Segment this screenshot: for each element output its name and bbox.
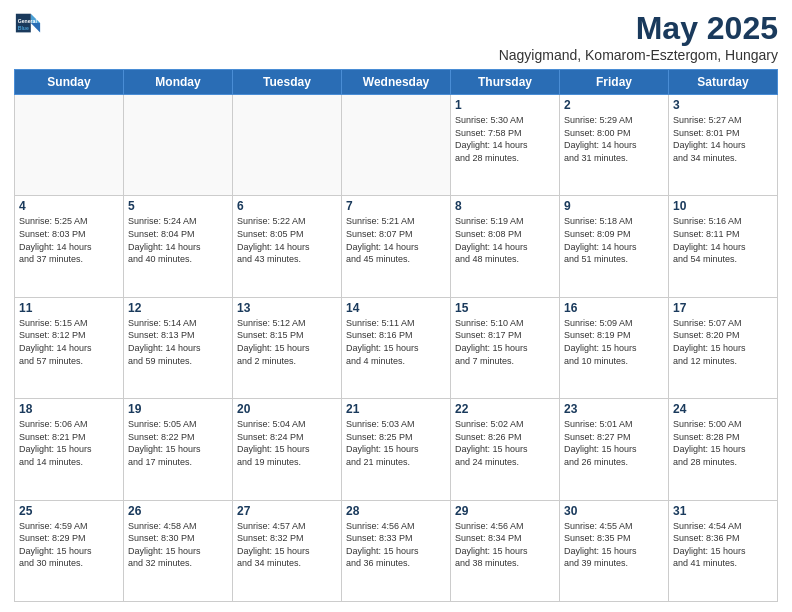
day-info: Sunrise: 5:24 AM Sunset: 8:04 PM Dayligh… [128,215,228,265]
title-block: May 2025 Nagyigmand, Komarom-Esztergom, … [499,10,778,63]
day-number: 16 [564,301,664,315]
calendar-cell: 12Sunrise: 5:14 AM Sunset: 8:13 PM Dayli… [124,297,233,398]
day-number: 13 [237,301,337,315]
day-info: Sunrise: 5:18 AM Sunset: 8:09 PM Dayligh… [564,215,664,265]
page: General Blue May 2025 Nagyigmand, Komaro… [0,0,792,612]
day-info: Sunrise: 5:05 AM Sunset: 8:22 PM Dayligh… [128,418,228,468]
calendar-cell: 27Sunrise: 4:57 AM Sunset: 8:32 PM Dayli… [233,500,342,601]
calendar-cell: 22Sunrise: 5:02 AM Sunset: 8:26 PM Dayli… [451,399,560,500]
calendar-cell: 21Sunrise: 5:03 AM Sunset: 8:25 PM Dayli… [342,399,451,500]
day-number: 7 [346,199,446,213]
week-row-1: 4Sunrise: 5:25 AM Sunset: 8:03 PM Daylig… [15,196,778,297]
calendar-cell: 9Sunrise: 5:18 AM Sunset: 8:09 PM Daylig… [560,196,669,297]
calendar-cell: 3Sunrise: 5:27 AM Sunset: 8:01 PM Daylig… [669,95,778,196]
calendar-cell: 2Sunrise: 5:29 AM Sunset: 8:00 PM Daylig… [560,95,669,196]
day-info: Sunrise: 4:56 AM Sunset: 8:34 PM Dayligh… [455,520,555,570]
week-row-4: 25Sunrise: 4:59 AM Sunset: 8:29 PM Dayli… [15,500,778,601]
day-number: 14 [346,301,446,315]
day-number: 28 [346,504,446,518]
header-wednesday: Wednesday [342,70,451,95]
day-info: Sunrise: 4:56 AM Sunset: 8:33 PM Dayligh… [346,520,446,570]
week-row-2: 11Sunrise: 5:15 AM Sunset: 8:12 PM Dayli… [15,297,778,398]
calendar-cell [124,95,233,196]
calendar-cell: 23Sunrise: 5:01 AM Sunset: 8:27 PM Dayli… [560,399,669,500]
calendar-subtitle: Nagyigmand, Komarom-Esztergom, Hungary [499,47,778,63]
day-info: Sunrise: 5:07 AM Sunset: 8:20 PM Dayligh… [673,317,773,367]
day-info: Sunrise: 4:54 AM Sunset: 8:36 PM Dayligh… [673,520,773,570]
calendar-cell [342,95,451,196]
calendar-cell [233,95,342,196]
svg-text:General: General [18,18,38,24]
calendar-cell: 16Sunrise: 5:09 AM Sunset: 8:19 PM Dayli… [560,297,669,398]
calendar-cell: 13Sunrise: 5:12 AM Sunset: 8:15 PM Dayli… [233,297,342,398]
day-number: 24 [673,402,773,416]
calendar-cell: 25Sunrise: 4:59 AM Sunset: 8:29 PM Dayli… [15,500,124,601]
day-number: 2 [564,98,664,112]
header-monday: Monday [124,70,233,95]
svg-text:Blue: Blue [18,25,29,31]
calendar-cell: 8Sunrise: 5:19 AM Sunset: 8:08 PM Daylig… [451,196,560,297]
day-number: 1 [455,98,555,112]
day-number: 6 [237,199,337,213]
day-info: Sunrise: 5:15 AM Sunset: 8:12 PM Dayligh… [19,317,119,367]
day-number: 11 [19,301,119,315]
day-number: 26 [128,504,228,518]
day-number: 25 [19,504,119,518]
header-thursday: Thursday [451,70,560,95]
calendar-cell: 29Sunrise: 4:56 AM Sunset: 8:34 PM Dayli… [451,500,560,601]
calendar-cell: 20Sunrise: 5:04 AM Sunset: 8:24 PM Dayli… [233,399,342,500]
day-info: Sunrise: 5:06 AM Sunset: 8:21 PM Dayligh… [19,418,119,468]
calendar-cell: 1Sunrise: 5:30 AM Sunset: 7:58 PM Daylig… [451,95,560,196]
day-number: 9 [564,199,664,213]
day-info: Sunrise: 5:03 AM Sunset: 8:25 PM Dayligh… [346,418,446,468]
day-info: Sunrise: 4:55 AM Sunset: 8:35 PM Dayligh… [564,520,664,570]
calendar-cell: 11Sunrise: 5:15 AM Sunset: 8:12 PM Dayli… [15,297,124,398]
header-sunday: Sunday [15,70,124,95]
day-info: Sunrise: 5:25 AM Sunset: 8:03 PM Dayligh… [19,215,119,265]
day-number: 3 [673,98,773,112]
day-number: 20 [237,402,337,416]
day-number: 29 [455,504,555,518]
day-header-row: Sunday Monday Tuesday Wednesday Thursday… [15,70,778,95]
svg-marker-1 [31,23,40,32]
day-info: Sunrise: 5:02 AM Sunset: 8:26 PM Dayligh… [455,418,555,468]
calendar-cell: 10Sunrise: 5:16 AM Sunset: 8:11 PM Dayli… [669,196,778,297]
day-info: Sunrise: 5:19 AM Sunset: 8:08 PM Dayligh… [455,215,555,265]
calendar-cell: 14Sunrise: 5:11 AM Sunset: 8:16 PM Dayli… [342,297,451,398]
day-number: 17 [673,301,773,315]
day-info: Sunrise: 5:12 AM Sunset: 8:15 PM Dayligh… [237,317,337,367]
day-number: 31 [673,504,773,518]
day-info: Sunrise: 5:21 AM Sunset: 8:07 PM Dayligh… [346,215,446,265]
day-number: 12 [128,301,228,315]
day-info: Sunrise: 5:04 AM Sunset: 8:24 PM Dayligh… [237,418,337,468]
day-info: Sunrise: 5:14 AM Sunset: 8:13 PM Dayligh… [128,317,228,367]
week-row-0: 1Sunrise: 5:30 AM Sunset: 7:58 PM Daylig… [15,95,778,196]
header-friday: Friday [560,70,669,95]
day-number: 15 [455,301,555,315]
day-info: Sunrise: 5:01 AM Sunset: 8:27 PM Dayligh… [564,418,664,468]
header-tuesday: Tuesday [233,70,342,95]
day-number: 19 [128,402,228,416]
calendar-cell: 24Sunrise: 5:00 AM Sunset: 8:28 PM Dayli… [669,399,778,500]
calendar-cell: 31Sunrise: 4:54 AM Sunset: 8:36 PM Dayli… [669,500,778,601]
day-number: 4 [19,199,119,213]
calendar-cell: 17Sunrise: 5:07 AM Sunset: 8:20 PM Dayli… [669,297,778,398]
day-info: Sunrise: 5:30 AM Sunset: 7:58 PM Dayligh… [455,114,555,164]
day-number: 22 [455,402,555,416]
header-saturday: Saturday [669,70,778,95]
day-info: Sunrise: 5:16 AM Sunset: 8:11 PM Dayligh… [673,215,773,265]
day-info: Sunrise: 5:11 AM Sunset: 8:16 PM Dayligh… [346,317,446,367]
day-info: Sunrise: 5:22 AM Sunset: 8:05 PM Dayligh… [237,215,337,265]
day-info: Sunrise: 5:27 AM Sunset: 8:01 PM Dayligh… [673,114,773,164]
calendar-cell: 5Sunrise: 5:24 AM Sunset: 8:04 PM Daylig… [124,196,233,297]
week-row-3: 18Sunrise: 5:06 AM Sunset: 8:21 PM Dayli… [15,399,778,500]
day-info: Sunrise: 5:10 AM Sunset: 8:17 PM Dayligh… [455,317,555,367]
calendar-cell: 26Sunrise: 4:58 AM Sunset: 8:30 PM Dayli… [124,500,233,601]
calendar-table: Sunday Monday Tuesday Wednesday Thursday… [14,69,778,602]
day-number: 8 [455,199,555,213]
day-number: 21 [346,402,446,416]
calendar-cell: 19Sunrise: 5:05 AM Sunset: 8:22 PM Dayli… [124,399,233,500]
day-info: Sunrise: 4:59 AM Sunset: 8:29 PM Dayligh… [19,520,119,570]
day-info: Sunrise: 5:29 AM Sunset: 8:00 PM Dayligh… [564,114,664,164]
calendar-cell: 18Sunrise: 5:06 AM Sunset: 8:21 PM Dayli… [15,399,124,500]
